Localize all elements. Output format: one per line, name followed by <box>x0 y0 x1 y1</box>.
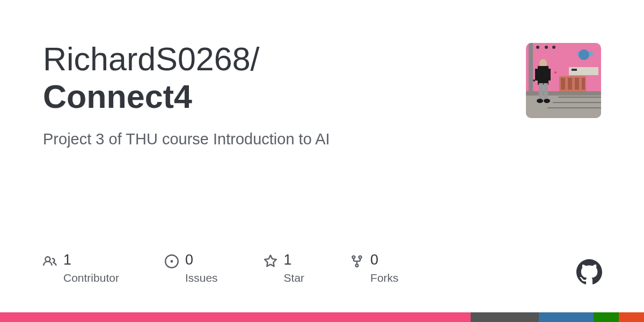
star-icon <box>264 254 277 270</box>
svg-point-13 <box>536 46 539 49</box>
stat-contributors-value: 1 <box>63 252 119 268</box>
stat-issues[interactable]: 0 Issues <box>165 252 218 284</box>
repo-description: Project 3 of THU course Introduction to … <box>43 130 526 148</box>
svg-rect-11 <box>582 78 585 90</box>
svg-rect-19 <box>546 69 551 80</box>
fork-icon <box>350 254 364 270</box>
stat-stars-value: 1 <box>284 252 305 268</box>
people-icon <box>43 254 57 270</box>
svg-rect-10 <box>575 78 579 90</box>
language-bar-segment <box>619 312 644 322</box>
stat-forks-label: Forks <box>370 272 399 284</box>
svg-point-22 <box>537 99 543 103</box>
svg-rect-27 <box>553 102 601 103</box>
svg-point-4 <box>579 49 589 60</box>
language-bar-segment <box>539 312 594 322</box>
repo-name[interactable]: Connect4 <box>43 78 192 115</box>
stat-stars-label: Star <box>284 272 305 284</box>
svg-point-14 <box>545 46 548 49</box>
svg-rect-6 <box>572 69 577 71</box>
repo-separator: / <box>251 41 260 77</box>
svg-rect-26 <box>558 97 601 98</box>
language-bar-segment <box>471 312 539 322</box>
svg-rect-18 <box>535 69 539 80</box>
svg-point-24 <box>533 79 535 82</box>
stat-issues-value: 0 <box>185 252 218 268</box>
language-bar-segment <box>0 312 471 322</box>
svg-rect-12 <box>529 43 533 91</box>
svg-point-25 <box>554 71 557 74</box>
svg-rect-8 <box>561 78 565 90</box>
avatar[interactable] <box>526 43 601 118</box>
stat-forks-value: 0 <box>370 252 399 268</box>
stat-contributors-label: Contributor <box>63 272 119 284</box>
repo-owner[interactable]: RichardS0268 <box>43 41 251 77</box>
svg-rect-28 <box>547 107 601 108</box>
stat-contributors[interactable]: 1 Contributor <box>43 252 119 284</box>
language-bar-segment <box>594 312 619 322</box>
svg-rect-9 <box>568 78 572 90</box>
github-logo-icon[interactable] <box>576 259 602 287</box>
stats-row: 1 Contributor 0 Issues 1 Star <box>43 252 399 284</box>
stat-stars[interactable]: 1 Star <box>264 252 305 284</box>
svg-rect-20 <box>539 83 543 99</box>
issue-icon <box>165 254 179 270</box>
stat-forks[interactable]: 0 Forks <box>350 252 399 284</box>
language-color-bar <box>0 312 644 322</box>
stat-issues-label: Issues <box>185 272 218 284</box>
svg-point-15 <box>552 46 555 49</box>
svg-rect-5 <box>569 67 598 75</box>
repo-title: RichardS0268/ Connect4 <box>43 40 526 115</box>
svg-point-23 <box>544 99 550 103</box>
svg-rect-2 <box>526 91 601 96</box>
svg-rect-21 <box>544 83 548 99</box>
